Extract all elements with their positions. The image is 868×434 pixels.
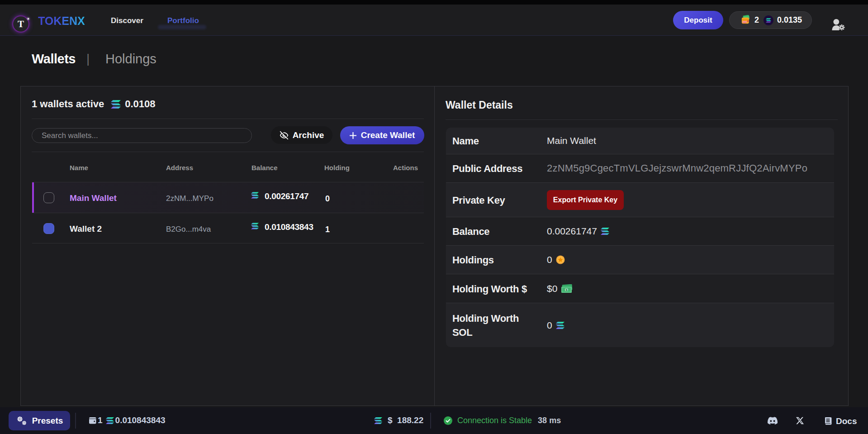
svg-text:$: $: [566, 288, 568, 291]
